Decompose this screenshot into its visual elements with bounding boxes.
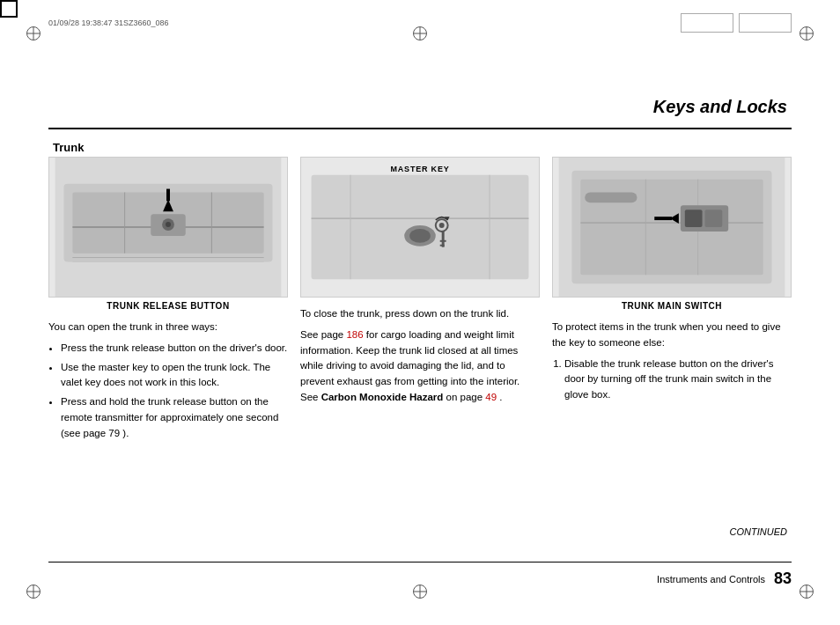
crosshair-bl — [26, 585, 41, 599]
col2-para1: To close the trunk, press down on the tr… — [300, 306, 540, 322]
crosshair-br — [799, 585, 814, 599]
col2-image: MASTER KEY — [300, 157, 540, 298]
svg-rect-23 — [440, 240, 446, 242]
content-columns: TRUNK RELEASE BUTTON You can open the tr… — [48, 157, 792, 447]
col1-bullet2: Use the master key to open the trunk loc… — [61, 360, 288, 392]
svg-rect-35 — [705, 210, 723, 227]
col3-numbered: Disable the trunk release button on the … — [564, 357, 792, 403]
col3-caption: TRUNK MAIN SWITCH — [552, 301, 792, 311]
title-rule — [48, 128, 792, 129]
page-footer: Instruments and Controls 83 — [48, 562, 792, 588]
col1-bullet1: Press the trunk release button on the dr… — [61, 341, 288, 357]
col2-img-label: MASTER KEY — [390, 165, 449, 173]
column-1: TRUNK RELEASE BUTTON You can open the tr… — [48, 157, 288, 447]
col1-caption: TRUNK RELEASE BUTTON — [48, 301, 288, 311]
svg-point-8 — [166, 222, 171, 227]
svg-point-19 — [409, 229, 431, 243]
col1-bullet3: Press and hold the trunk release button … — [61, 394, 288, 441]
col2-text: To close the trunk, press down on the tr… — [300, 306, 540, 406]
section-heading: Trunk — [53, 141, 84, 154]
column-2: MASTER KEY To close the trunk, press dow… — [300, 157, 540, 447]
col2-para2: See page 186 for cargo loading and weigh… — [300, 327, 540, 406]
header-boxes — [681, 13, 792, 33]
trunk-switch-illustration — [553, 158, 791, 297]
trunk-illustration — [49, 158, 287, 297]
crosshair-tr — [799, 26, 814, 40]
header-box-1 — [681, 13, 733, 33]
col1-bullets: Press the trunk release button on the dr… — [61, 341, 288, 442]
header-box-2 — [739, 13, 792, 33]
svg-rect-34 — [685, 210, 703, 227]
col3-para1: To protect items in the trunk when you n… — [552, 320, 792, 351]
col2-link2: 49 — [485, 392, 497, 402]
continued-label: CONTINUED — [730, 526, 787, 537]
header-meta: 01/09/28 19:38:47 31SZ3660_086 — [48, 18, 169, 27]
footer-section-label: Instruments and Controls — [657, 574, 765, 585]
corner-mark-br — [0, 0, 18, 18]
crosshair-tl — [26, 26, 41, 40]
column-3: TRUNK MAIN SWITCH To protect items in th… — [552, 157, 792, 447]
col3-image — [552, 157, 792, 298]
col1-para1: You can open the trunk in three ways: — [48, 320, 288, 335]
col3-text: To protect items in the trunk when you n… — [552, 320, 792, 403]
col2-bold: Carbon Monoxide Hazard — [321, 392, 444, 402]
page-title: Keys and Locks — [653, 97, 787, 117]
svg-rect-24 — [440, 245, 445, 246]
svg-rect-38 — [585, 193, 637, 203]
svg-rect-37 — [654, 217, 672, 220]
svg-rect-10 — [166, 189, 170, 202]
page-header: 01/09/28 19:38:47 31SZ3660_086 — [48, 13, 792, 33]
svg-point-21 — [439, 223, 445, 228]
col2-link1: 186 — [346, 329, 363, 340]
col1-text: You can open the trunk in three ways: Pr… — [48, 320, 288, 442]
master-key-illustration — [301, 158, 539, 297]
footer-page-number: 83 — [774, 570, 792, 588]
col3-item1: Disable the trunk release button on the … — [564, 357, 792, 403]
col1-image — [48, 157, 288, 298]
